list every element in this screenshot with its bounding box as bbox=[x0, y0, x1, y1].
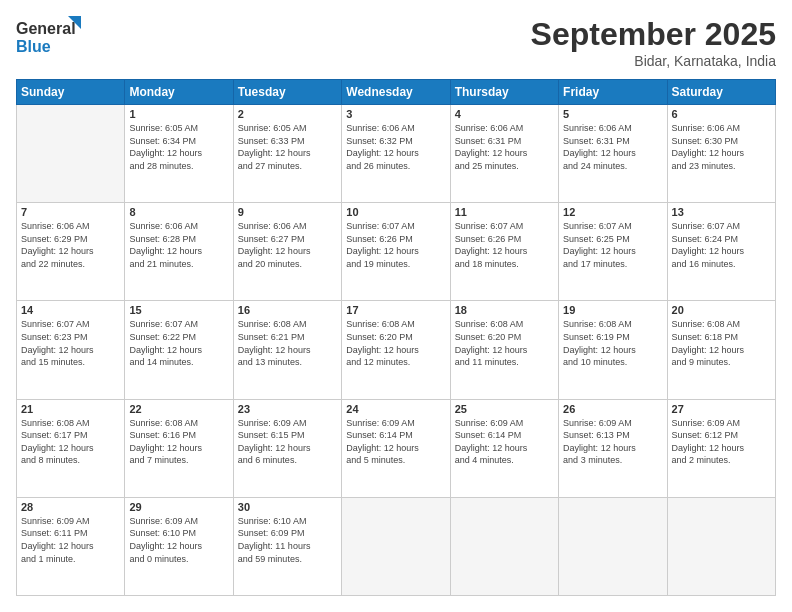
day-info: Sunrise: 6:08 AM Sunset: 6:20 PM Dayligh… bbox=[346, 318, 445, 368]
calendar-cell: 6Sunrise: 6:06 AM Sunset: 6:30 PM Daylig… bbox=[667, 105, 775, 203]
day-info: Sunrise: 6:08 AM Sunset: 6:16 PM Dayligh… bbox=[129, 417, 228, 467]
calendar-cell: 1Sunrise: 6:05 AM Sunset: 6:34 PM Daylig… bbox=[125, 105, 233, 203]
day-info: Sunrise: 6:08 AM Sunset: 6:18 PM Dayligh… bbox=[672, 318, 771, 368]
day-number: 29 bbox=[129, 501, 228, 513]
calendar-cell: 25Sunrise: 6:09 AM Sunset: 6:14 PM Dayli… bbox=[450, 399, 558, 497]
svg-text:Blue: Blue bbox=[16, 38, 51, 55]
location: Bidar, Karnataka, India bbox=[531, 53, 776, 69]
day-number: 18 bbox=[455, 304, 554, 316]
day-number: 25 bbox=[455, 403, 554, 415]
day-info: Sunrise: 6:09 AM Sunset: 6:12 PM Dayligh… bbox=[672, 417, 771, 467]
day-number: 11 bbox=[455, 206, 554, 218]
day-number: 15 bbox=[129, 304, 228, 316]
day-number: 10 bbox=[346, 206, 445, 218]
day-number: 9 bbox=[238, 206, 337, 218]
calendar-cell: 29Sunrise: 6:09 AM Sunset: 6:10 PM Dayli… bbox=[125, 497, 233, 595]
day-number: 2 bbox=[238, 108, 337, 120]
day-number: 28 bbox=[21, 501, 120, 513]
day-number: 23 bbox=[238, 403, 337, 415]
weekday-header: Monday bbox=[125, 80, 233, 105]
calendar-table: SundayMondayTuesdayWednesdayThursdayFrid… bbox=[16, 79, 776, 596]
day-info: Sunrise: 6:07 AM Sunset: 6:25 PM Dayligh… bbox=[563, 220, 662, 270]
day-number: 3 bbox=[346, 108, 445, 120]
day-info: Sunrise: 6:06 AM Sunset: 6:28 PM Dayligh… bbox=[129, 220, 228, 270]
calendar-cell: 8Sunrise: 6:06 AM Sunset: 6:28 PM Daylig… bbox=[125, 203, 233, 301]
day-info: Sunrise: 6:08 AM Sunset: 6:19 PM Dayligh… bbox=[563, 318, 662, 368]
day-number: 24 bbox=[346, 403, 445, 415]
calendar-cell: 3Sunrise: 6:06 AM Sunset: 6:32 PM Daylig… bbox=[342, 105, 450, 203]
calendar-cell: 7Sunrise: 6:06 AM Sunset: 6:29 PM Daylig… bbox=[17, 203, 125, 301]
calendar-header-row: SundayMondayTuesdayWednesdayThursdayFrid… bbox=[17, 80, 776, 105]
day-info: Sunrise: 6:07 AM Sunset: 6:26 PM Dayligh… bbox=[455, 220, 554, 270]
day-info: Sunrise: 6:09 AM Sunset: 6:11 PM Dayligh… bbox=[21, 515, 120, 565]
day-number: 26 bbox=[563, 403, 662, 415]
calendar-week-row: 14Sunrise: 6:07 AM Sunset: 6:23 PM Dayli… bbox=[17, 301, 776, 399]
logo-svg: GeneralBlue bbox=[16, 16, 86, 56]
calendar-week-row: 21Sunrise: 6:08 AM Sunset: 6:17 PM Dayli… bbox=[17, 399, 776, 497]
day-number: 19 bbox=[563, 304, 662, 316]
calendar-cell: 13Sunrise: 6:07 AM Sunset: 6:24 PM Dayli… bbox=[667, 203, 775, 301]
month-title: September 2025 bbox=[531, 16, 776, 53]
calendar-cell: 16Sunrise: 6:08 AM Sunset: 6:21 PM Dayli… bbox=[233, 301, 341, 399]
day-info: Sunrise: 6:07 AM Sunset: 6:24 PM Dayligh… bbox=[672, 220, 771, 270]
day-info: Sunrise: 6:05 AM Sunset: 6:34 PM Dayligh… bbox=[129, 122, 228, 172]
calendar-cell bbox=[342, 497, 450, 595]
calendar-cell bbox=[450, 497, 558, 595]
day-info: Sunrise: 6:06 AM Sunset: 6:27 PM Dayligh… bbox=[238, 220, 337, 270]
day-number: 7 bbox=[21, 206, 120, 218]
calendar-cell bbox=[667, 497, 775, 595]
weekday-header: Tuesday bbox=[233, 80, 341, 105]
day-number: 4 bbox=[455, 108, 554, 120]
day-info: Sunrise: 6:07 AM Sunset: 6:26 PM Dayligh… bbox=[346, 220, 445, 270]
calendar-cell: 5Sunrise: 6:06 AM Sunset: 6:31 PM Daylig… bbox=[559, 105, 667, 203]
day-number: 22 bbox=[129, 403, 228, 415]
calendar-cell: 21Sunrise: 6:08 AM Sunset: 6:17 PM Dayli… bbox=[17, 399, 125, 497]
day-number: 5 bbox=[563, 108, 662, 120]
day-number: 1 bbox=[129, 108, 228, 120]
calendar-cell: 17Sunrise: 6:08 AM Sunset: 6:20 PM Dayli… bbox=[342, 301, 450, 399]
calendar-week-row: 1Sunrise: 6:05 AM Sunset: 6:34 PM Daylig… bbox=[17, 105, 776, 203]
day-info: Sunrise: 6:07 AM Sunset: 6:22 PM Dayligh… bbox=[129, 318, 228, 368]
day-number: 13 bbox=[672, 206, 771, 218]
title-block: September 2025 Bidar, Karnataka, India bbox=[531, 16, 776, 69]
calendar-cell bbox=[17, 105, 125, 203]
day-info: Sunrise: 6:10 AM Sunset: 6:09 PM Dayligh… bbox=[238, 515, 337, 565]
day-info: Sunrise: 6:09 AM Sunset: 6:14 PM Dayligh… bbox=[455, 417, 554, 467]
day-number: 17 bbox=[346, 304, 445, 316]
calendar-cell: 2Sunrise: 6:05 AM Sunset: 6:33 PM Daylig… bbox=[233, 105, 341, 203]
calendar-cell: 15Sunrise: 6:07 AM Sunset: 6:22 PM Dayli… bbox=[125, 301, 233, 399]
weekday-header: Saturday bbox=[667, 80, 775, 105]
day-number: 8 bbox=[129, 206, 228, 218]
calendar-cell: 14Sunrise: 6:07 AM Sunset: 6:23 PM Dayli… bbox=[17, 301, 125, 399]
day-number: 6 bbox=[672, 108, 771, 120]
day-info: Sunrise: 6:06 AM Sunset: 6:32 PM Dayligh… bbox=[346, 122, 445, 172]
day-number: 27 bbox=[672, 403, 771, 415]
calendar-cell: 26Sunrise: 6:09 AM Sunset: 6:13 PM Dayli… bbox=[559, 399, 667, 497]
calendar-cell: 23Sunrise: 6:09 AM Sunset: 6:15 PM Dayli… bbox=[233, 399, 341, 497]
weekday-header: Thursday bbox=[450, 80, 558, 105]
day-info: Sunrise: 6:08 AM Sunset: 6:20 PM Dayligh… bbox=[455, 318, 554, 368]
calendar-week-row: 28Sunrise: 6:09 AM Sunset: 6:11 PM Dayli… bbox=[17, 497, 776, 595]
day-info: Sunrise: 6:09 AM Sunset: 6:14 PM Dayligh… bbox=[346, 417, 445, 467]
day-info: Sunrise: 6:06 AM Sunset: 6:30 PM Dayligh… bbox=[672, 122, 771, 172]
calendar-cell: 18Sunrise: 6:08 AM Sunset: 6:20 PM Dayli… bbox=[450, 301, 558, 399]
calendar-cell: 24Sunrise: 6:09 AM Sunset: 6:14 PM Dayli… bbox=[342, 399, 450, 497]
day-info: Sunrise: 6:06 AM Sunset: 6:31 PM Dayligh… bbox=[455, 122, 554, 172]
calendar-cell: 12Sunrise: 6:07 AM Sunset: 6:25 PM Dayli… bbox=[559, 203, 667, 301]
day-info: Sunrise: 6:06 AM Sunset: 6:29 PM Dayligh… bbox=[21, 220, 120, 270]
logo: GeneralBlue bbox=[16, 16, 86, 56]
day-number: 30 bbox=[238, 501, 337, 513]
calendar-cell bbox=[559, 497, 667, 595]
day-number: 14 bbox=[21, 304, 120, 316]
calendar-cell: 11Sunrise: 6:07 AM Sunset: 6:26 PM Dayli… bbox=[450, 203, 558, 301]
page: GeneralBlue September 2025 Bidar, Karnat… bbox=[0, 0, 792, 612]
day-number: 21 bbox=[21, 403, 120, 415]
day-number: 12 bbox=[563, 206, 662, 218]
weekday-header: Sunday bbox=[17, 80, 125, 105]
calendar-week-row: 7Sunrise: 6:06 AM Sunset: 6:29 PM Daylig… bbox=[17, 203, 776, 301]
calendar-cell: 9Sunrise: 6:06 AM Sunset: 6:27 PM Daylig… bbox=[233, 203, 341, 301]
day-info: Sunrise: 6:09 AM Sunset: 6:15 PM Dayligh… bbox=[238, 417, 337, 467]
day-info: Sunrise: 6:08 AM Sunset: 6:17 PM Dayligh… bbox=[21, 417, 120, 467]
calendar-cell: 4Sunrise: 6:06 AM Sunset: 6:31 PM Daylig… bbox=[450, 105, 558, 203]
calendar-cell: 19Sunrise: 6:08 AM Sunset: 6:19 PM Dayli… bbox=[559, 301, 667, 399]
